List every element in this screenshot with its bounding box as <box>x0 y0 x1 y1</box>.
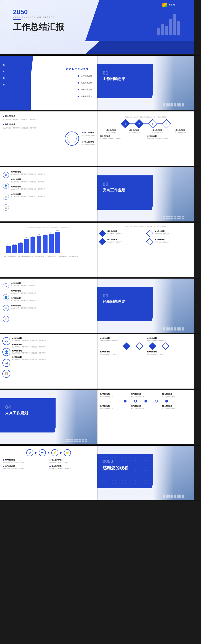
slide-diamond-chain: 输入您的标题 输入文本内容请替换文字请替换文字 输入您的标题 输入文本内容请替换… <box>97 334 194 388</box>
icons-col: ⚙ 👤 📊 📋 <box>3 171 9 210</box>
ig-title-3: 输入您的标题 <box>107 238 122 241</box>
b6: 74% <box>37 234 41 254</box>
dr2-l1 <box>130 346 136 346</box>
sec03-photo <box>153 278 194 333</box>
diamond-3: ◈ <box>148 119 157 128</box>
diamond-row-2 <box>100 344 192 349</box>
d-icon-3: ◈ <box>152 122 154 125</box>
bar-r2 <box>12 245 17 253</box>
il2-icon-3: 📊 <box>3 305 9 311</box>
b2: 33% <box>12 244 17 254</box>
btg2-t2: 输入您的标题 <box>147 350 192 353</box>
diag-desc-3: 输入文本内容，请替换文字，请替换文字，请替换文字 <box>3 127 47 129</box>
contents-title: CONTENTS <box>66 68 89 71</box>
bi-t2: 输入您的标题 <box>12 344 95 346</box>
bv4: 59% <box>25 237 28 239</box>
bv9: 90% <box>56 230 59 231</box>
dc-line-1 <box>127 401 134 401</box>
fi-icon-3: ⚡ <box>51 449 58 456</box>
cover-year-area: 2050 WORK SUMMARY AND REPORT 工作总结汇报 <box>13 8 64 33</box>
tc-desc-4: 输入文本内容，请替换文字，请替换文字，请替换文字 <box>11 196 94 198</box>
diag-title-1: 输入您的标题 <box>5 115 15 117</box>
ftg-1: 输入您的标题 输入文本内容，请替换文字，请替换文字 <box>3 459 48 463</box>
logo-text: 演界网 <box>168 3 175 6</box>
ig-diamond-3 <box>99 238 106 245</box>
fi-3: ⚡ <box>51 449 58 456</box>
photo4-overlay <box>56 390 97 444</box>
ri-title-2: 输入您的标题 <box>84 141 94 143</box>
big-texts: 输入您的标题 输入文本内容，请替换文字，请替换文字，请替换文字 输入您的标题 输… <box>12 337 95 378</box>
bar-r6 <box>37 236 41 253</box>
bi-d3: 输入文本内容，请替换文字，请替换文字，请替换文字 <box>12 352 95 354</box>
diag-item-3: 输入您的标题 <box>3 123 47 126</box>
b9: 90% <box>55 230 60 254</box>
ttg-d1: 输入文本内容请替换文字请替换文字 <box>100 340 145 342</box>
thanks-title: 感谢您的观看 <box>103 465 128 471</box>
big-icon-3: 📊 <box>2 359 11 367</box>
slide-circle-icons: ⚙ 👤 📊 📋 输入您的标题 输入文本内容，请替换文字，请替换文字，请替换文字 … <box>0 334 97 388</box>
ig-item-4: 输入您的标题 输入文本内容，请替换文字 <box>147 238 192 244</box>
slide-section-03: 03 经验问题总结 <box>97 278 194 333</box>
row-barchart-icongrid: 请输入您的文本内容，或者您可以复制您的文字，之后粘贴到此处 29% 33% 41… <box>0 223 201 277</box>
ri-header-1: 输入您的标题 <box>82 132 95 134</box>
fi-4: 📁 <box>64 449 71 456</box>
row-flow-thanks: ⚙ ❤ ⚡ 📁 输入您的标题 输入文本内容，请替换文字，请替换文字 <box>0 446 201 500</box>
arrow-1 <box>35 452 37 454</box>
diamond-4: ◇ <box>162 119 171 128</box>
blue-footer-rect <box>85 41 194 54</box>
ig-item-2: 输入您的标题 输入文本内容，请替换文字 <box>147 230 192 236</box>
contents-blue-left <box>0 56 31 110</box>
diamonds-row: ◈ ❖ ◈ ◇ <box>100 120 191 127</box>
sec02-num: 02 <box>103 181 125 188</box>
sec03-title: 经验问题总结 <box>103 299 125 304</box>
tc-title-4: 输入您的标题 <box>11 193 94 196</box>
b3: 41% <box>18 242 23 254</box>
dl-title-2: 输入您的标题 <box>123 129 146 132</box>
fi-2: ❤ <box>39 449 46 456</box>
il2-t2: 输入您的标题 <box>11 290 94 292</box>
bottom-text-grid-2: 输入您的标题 输入文本内容请替换文字请替换文字 输入您的标题 输入文本内容请替换… <box>100 350 192 355</box>
separator-final <box>0 500 201 502</box>
diamond-1: ◈ <box>121 119 130 128</box>
ftg-d4: 输入文本内容，请替换文字，请替换文字 <box>49 468 94 470</box>
row-diagram-process: 输入您的标题 输入文本内容，请替换文字，请替换文字，请替换文字 输入您的标题 输… <box>0 112 201 166</box>
ttg-1: 输入您的标题 输入文本内容请替换文字请替换文字 <box>100 337 145 342</box>
dc-t2: 输入您的标题 <box>131 393 161 395</box>
slide-icon-list: ⚙ 👤 📊 📋 输入您的标题 输入文本内容，请替换文字，请替换文字，请替换文字 … <box>0 167 97 222</box>
bt-desc-2: 输入文本内容，请替换文字，请替换文字 <box>147 138 191 140</box>
il2-icon-1: ⚙ <box>3 283 9 290</box>
right-items: 输入您的标题 输入文本内容请替换文字 输入您的标题 输入文本内容请替换文字 <box>82 132 95 146</box>
ftg-d3: 输入文本内容，请替换文字，请替换文字 <box>3 468 48 470</box>
fi-icon-4: 📁 <box>64 449 71 456</box>
dc-dot-4 <box>155 400 158 402</box>
d-connector-3 <box>157 124 162 124</box>
dc-d1: 输入文本内容请替换文字 <box>100 396 130 397</box>
bar-r3 <box>18 244 23 253</box>
b7: 75% <box>43 234 48 254</box>
bv5: 67% <box>32 235 34 237</box>
tc-title-3: 输入您的标题 <box>11 186 94 188</box>
process-hint: 请输入您的文本内容，或者您可以复制您的文字，之后粘贴到此处 <box>100 114 191 118</box>
d-connector-2 <box>143 124 148 124</box>
bi-item-4: 输入您的标题 输入文本内容，请替换文字，请替换文字，请替换文字 <box>12 356 95 360</box>
ftg-t3: 输入您的标题 <box>5 465 15 468</box>
flow-text-grid: 输入您的标题 输入文本内容，请替换文字，请替换文字 输入您的标题 输入文本内容，… <box>3 459 94 470</box>
bar-6 <box>177 21 180 36</box>
dc-bt1: 输入您的标题 <box>100 405 130 407</box>
contents-item-3: 经验问题总结 <box>78 88 92 91</box>
il2-item-4: 输入您的标题 输入文本内容，请替换文字，请替换文字 <box>11 304 94 309</box>
bt-title-2: 输入您的标题 <box>147 135 191 138</box>
il2-texts: 输入您的标题 输入文本内容，请替换文字，请替换文字 输入您的标题 输入文本内容，… <box>11 282 94 309</box>
tc-item-4: 输入您的标题 输入文本内容，请替换文字，请替换文字，请替换文字 <box>11 193 94 198</box>
dc-tg-2: 输入您的标题 输入文本内容请替换文字 <box>131 393 161 397</box>
diag-desc-1: 输入文本内容，请替换文字，请替换文字，请替换文字 <box>3 119 47 121</box>
ftg-t4: 输入您的标题 <box>52 465 62 468</box>
contents-left-items: 工作回顾总结 亮点工作业绩 经验问题总结 未来工作规划 <box>2 63 5 82</box>
dl-title-3: 输入您的标题 <box>146 129 169 132</box>
row-circleproc-diamondtext: ⚙ 👤 📊 📋 输入您的标题 输入文本内容，请替换文字，请替换文字，请替换文字 … <box>0 334 201 388</box>
d-icon-1: ◈ <box>124 122 126 125</box>
icon-2x2: 输入您的标题 输入文本内容，请替换文字 输入您的标题 输入文本内容，请替换文字 … <box>100 230 192 244</box>
d-connector-1 <box>130 124 135 124</box>
slide-thanks: 2050 感谢您的观看 <box>97 446 194 500</box>
ig-title-2: 输入您的标题 <box>155 230 169 232</box>
